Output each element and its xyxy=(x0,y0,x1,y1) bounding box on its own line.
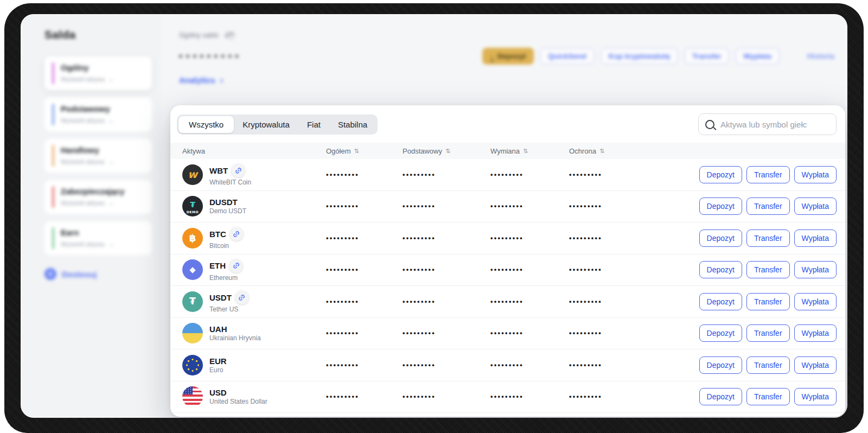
balance-trade: ••••••••• xyxy=(490,234,569,242)
search-box[interactable] xyxy=(698,113,837,135)
row-transfer-button[interactable]: Transfer xyxy=(746,198,790,215)
row-deposit-button[interactable]: Depozyt xyxy=(699,324,742,342)
row-transfer-button[interactable]: Transfer xyxy=(746,293,790,310)
row-deposit-button[interactable]: Depozyt xyxy=(699,166,742,183)
row-withdraw-button[interactable]: Wypłata xyxy=(794,198,837,215)
sort-icon: ⇅ xyxy=(354,148,359,155)
row-withdraw-button[interactable]: Wypłata xyxy=(794,293,837,310)
balance-total: ••••••••• xyxy=(326,329,403,337)
row-withdraw-button[interactable]: Wypłata xyxy=(794,230,837,247)
quicksend-button[interactable]: QuickSend xyxy=(540,48,595,65)
balance-total: ••••••••• xyxy=(326,234,403,242)
filter-tab[interactable]: Wszystko xyxy=(178,116,234,133)
network-link-icon[interactable] xyxy=(235,290,249,304)
column-header[interactable]: Wymiana ⇅ xyxy=(490,147,569,155)
row-transfer-button[interactable]: Transfer xyxy=(746,324,790,342)
balance-trade: ••••••••• xyxy=(490,393,569,400)
customize-label: Dostosuj xyxy=(62,270,97,279)
search-input[interactable] xyxy=(719,119,829,130)
view-assets-label: Wyświetl aktywa xyxy=(61,158,105,165)
sort-icon: ⇅ xyxy=(523,148,528,155)
asset-icon-badge: DEMO xyxy=(182,210,203,214)
withdraw-button[interactable]: Wypłata xyxy=(735,48,780,65)
buy-crypto-button[interactable]: Kup kryptowalutę xyxy=(601,48,678,65)
asset-name: Ethereum xyxy=(209,275,243,281)
asset-icon: ₮ xyxy=(182,291,203,312)
view-assets-label: Wyświetl aktywa xyxy=(61,241,105,247)
column-header[interactable]: Podstawowy ⇅ xyxy=(403,147,490,155)
wallet-label: Ogólny xyxy=(61,63,114,73)
arrow-right-icon: → xyxy=(108,117,114,124)
balance-collateral: ••••••••• xyxy=(569,202,634,210)
filter-tab[interactable]: Kryptowaluta xyxy=(234,116,298,133)
sidebar-wallet-item[interactable]: Earn Wyświetl aktywa → xyxy=(44,221,152,255)
row-transfer-button[interactable]: Transfer xyxy=(746,230,790,247)
asset-code: BTC xyxy=(209,230,226,238)
filter-tab[interactable]: Fiat xyxy=(298,116,329,133)
balance-total: ••••••••• xyxy=(326,361,403,369)
network-link-icon[interactable] xyxy=(229,259,243,273)
network-link-icon[interactable] xyxy=(231,163,245,177)
sidebar-wallet-item[interactable]: Podstawowy Wyświetl aktywa → xyxy=(44,98,152,131)
sidebar-wallet-item[interactable]: Zabezpieczający Wyświetl aktywa → xyxy=(44,180,152,214)
balance-main: ••••••••• xyxy=(403,202,490,210)
history-link[interactable]: Historia xyxy=(807,52,834,60)
wallet-color-bar xyxy=(52,186,54,208)
table-row: ฿ BTC xyxy=(170,222,845,254)
row-actions: Depozyt Transfer Wypłata xyxy=(699,166,837,183)
app-window: Salda Ogólny Wyświetl aktywa → xyxy=(21,14,847,418)
device-frame: Salda Ogólny Wyświetl aktywa → xyxy=(4,3,864,433)
wallet-sublabel: Wyświetl aktywa → xyxy=(61,240,114,248)
row-transfer-button[interactable]: Transfer xyxy=(746,388,790,405)
wallet-sublabel: Wyświetl aktywa → xyxy=(61,199,125,207)
transfer-button[interactable]: Transfer xyxy=(684,48,729,65)
column-header[interactable]: Ochrona ⇅ xyxy=(569,147,634,155)
filter-tab[interactable]: Stabilna xyxy=(329,116,376,133)
row-deposit-button[interactable]: Depozyt xyxy=(699,293,742,310)
row-deposit-button[interactable]: Depozyt xyxy=(699,230,742,247)
row-transfer-button[interactable]: Transfer xyxy=(746,166,790,183)
eye-hidden-icon[interactable] xyxy=(225,32,234,39)
screenshot-stage: Salda Ogólny Wyświetl aktywa → xyxy=(0,0,868,433)
balance-total: ••••••••• xyxy=(326,393,403,400)
wallet-label: Handlowy xyxy=(61,146,114,155)
row-withdraw-button[interactable]: Wypłata xyxy=(794,261,837,278)
balance-total: ••••••••• xyxy=(326,266,403,273)
column-header: Aktywa ⇅ xyxy=(182,147,326,155)
row-withdraw-button[interactable]: Wypłata xyxy=(794,356,837,374)
table-row: USD xyxy=(170,381,845,413)
row-withdraw-button[interactable]: Wypłata xyxy=(794,388,837,405)
balance-main: ••••••••• xyxy=(403,234,490,242)
row-deposit-button[interactable]: Depozyt xyxy=(699,198,742,215)
analytics-label: Analytics xyxy=(179,75,215,85)
sidebar-wallet-item[interactable]: Handlowy Wyświetl aktywa → xyxy=(44,139,152,173)
column-header[interactable]: Ogółem ⇅ xyxy=(326,147,403,155)
asset-icon-glyph: w xyxy=(188,169,197,180)
download-icon: ↓ xyxy=(490,53,494,60)
network-link-icon[interactable] xyxy=(229,227,244,241)
analytics-link[interactable]: Analytics › xyxy=(179,75,834,85)
row-transfer-button[interactable]: Transfer xyxy=(746,261,790,278)
assets-table: w WBT xyxy=(170,159,845,417)
row-withdraw-button[interactable]: Wypłata xyxy=(794,166,837,183)
table-header: Aktywa ⇅ Ogółem ⇅ Podstawowy ⇅ xyxy=(170,143,845,159)
balance-trade: ••••••••• xyxy=(490,298,569,305)
balance-main: ••••••••• xyxy=(403,266,490,273)
sidebar-wallet-item[interactable]: Ogólny Wyświetl aktywa → xyxy=(44,56,152,90)
row-withdraw-button[interactable]: Wypłata xyxy=(794,324,837,342)
balance-total: ••••••••• xyxy=(326,298,403,305)
column-label: Aktywa xyxy=(182,147,205,155)
row-deposit-button[interactable]: Depozyt xyxy=(699,388,742,405)
balance-collateral: ••••••••• xyxy=(569,393,634,400)
asset-name: Bitcoin xyxy=(209,243,244,249)
gear-icon: ⚙ xyxy=(44,268,56,280)
customize-button[interactable]: ⚙ Dostosuj xyxy=(44,268,161,280)
asset-cell: ฿ BTC xyxy=(182,227,326,249)
row-deposit-button[interactable]: Depozyt xyxy=(699,261,742,278)
row-transfer-button[interactable]: Transfer xyxy=(746,356,790,374)
row-deposit-button[interactable]: Depozyt xyxy=(699,356,742,374)
deposit-button[interactable]: ↓ Depozyt xyxy=(482,48,534,65)
asset-filter-tabs: Wszystko Kryptowaluta Fiat Stabilna xyxy=(177,114,378,135)
deposit-label: Depozyt xyxy=(497,52,526,60)
asset-icon xyxy=(182,355,203,375)
